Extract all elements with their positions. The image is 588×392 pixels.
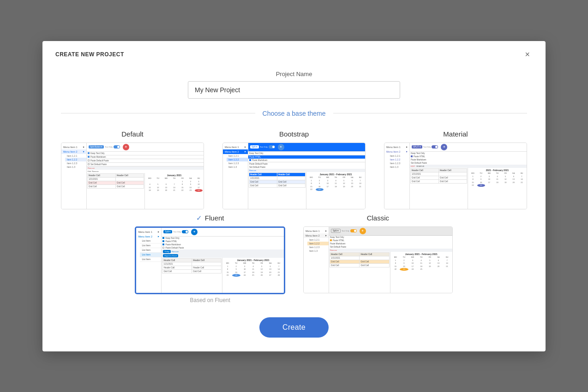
- divider-right: [333, 113, 528, 113]
- theme-bootstrap-label: Bootstrap: [279, 130, 309, 138]
- theme-bootstrap[interactable]: Bootstrap Menu Item 1▶ Menu Item 2▶ Item…: [222, 130, 366, 209]
- create-button[interactable]: Create: [259, 317, 329, 338]
- theme-material-label-row: Material: [443, 130, 468, 138]
- project-name-input[interactable]: [188, 81, 400, 99]
- theme-default-label: Default: [121, 130, 144, 138]
- fluent-check-icon: ✓: [196, 214, 202, 222]
- theme-divider-section: Choose a base theme: [61, 110, 527, 117]
- divider-left: [61, 113, 255, 113]
- theme-fluent-label-row: ✓ Fluent: [196, 214, 224, 222]
- theme-bootstrap-preview: Menu Item 1▶ Menu Item 2▶ Item 1.2.1 Ite…: [222, 143, 366, 209]
- theme-classic[interactable]: Classic Menu Item 1▶ Menu Item 2▶ Item 1…: [303, 214, 453, 303]
- create-section: Create: [61, 317, 527, 338]
- themes-bottom-row: ✓ Fluent Menu Item 1▶ Menu Item 2▶ List …: [61, 214, 527, 303]
- theme-classic-label: Classic: [367, 214, 389, 222]
- theme-material-preview: Menu Item 1▶ Menu Item 2▶ Item 1.2.1 Ite…: [384, 143, 527, 209]
- create-project-modal: CREATE NEW PROJECT × Project Name Choose…: [42, 41, 546, 351]
- modal-title: CREATE NEW PROJECT: [55, 51, 124, 58]
- theme-fluent-preview: Menu Item 1▶ Menu Item 2▶ List Item List…: [135, 227, 285, 294]
- modal-header: CREATE NEW PROJECT ×: [42, 41, 546, 66]
- theme-material[interactable]: Material Menu Item 1▶ Menu Item 2▶ Item …: [384, 130, 527, 209]
- theme-default-label-row: Default: [121, 130, 144, 138]
- fluent-based-on-label: Based on Fluent: [190, 297, 230, 303]
- theme-fluent-label: Fluent: [205, 214, 224, 222]
- project-name-label: Project Name: [276, 71, 312, 77]
- theme-material-label: Material: [443, 130, 468, 138]
- theme-default-preview: Menu Item 1▶ Menu Item 2▶ Item 1.2.1 Ite…: [61, 143, 204, 209]
- project-name-section: Project Name: [61, 71, 527, 99]
- theme-fluent[interactable]: ✓ Fluent Menu Item 1▶ Menu Item 2▶ List …: [135, 214, 285, 303]
- choose-theme-label: Choose a base theme: [255, 110, 333, 117]
- theme-default[interactable]: Default Menu Item 1▶ Menu Item 2▶ Item 1…: [61, 130, 204, 209]
- theme-classic-preview: Menu Item 1▶ Menu Item 2▶ Item 1.2.1 Ite…: [303, 226, 453, 293]
- modal-overlay: CREATE NEW PROJECT × Project Name Choose…: [0, 0, 588, 392]
- theme-bootstrap-label-row: Bootstrap: [279, 130, 309, 138]
- close-button[interactable]: ×: [522, 49, 533, 59]
- themes-top-row: Default Menu Item 1▶ Menu Item 2▶ Item 1…: [61, 130, 527, 209]
- theme-classic-label-row: Classic: [367, 214, 389, 222]
- modal-body: Project Name Choose a base theme Default: [42, 66, 546, 351]
